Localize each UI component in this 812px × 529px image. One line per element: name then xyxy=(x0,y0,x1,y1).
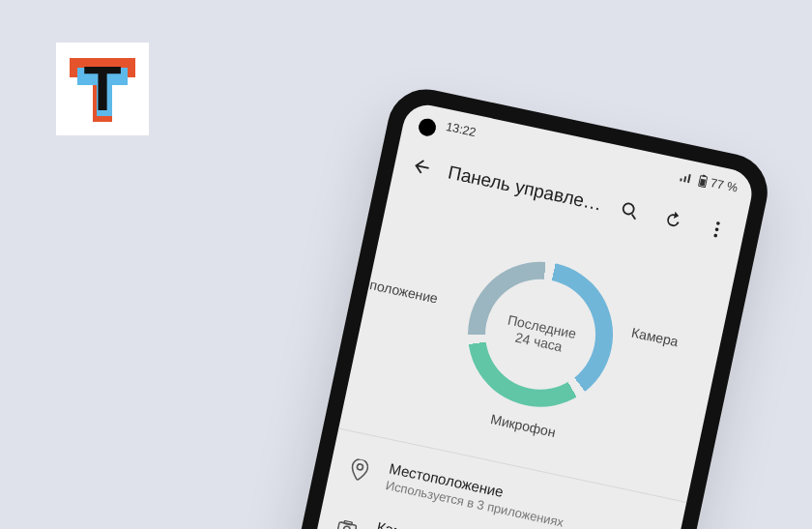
more-vert-icon xyxy=(705,217,730,242)
refresh-icon xyxy=(661,208,686,233)
svg-point-5 xyxy=(716,221,720,225)
segment-label-camera: Камера xyxy=(630,324,680,349)
usage-donut-chart: Последние 24 часа естоположение Камера М… xyxy=(365,208,712,481)
refresh-button[interactable] xyxy=(652,199,694,241)
overflow-menu-button[interactable] xyxy=(696,209,738,250)
phone-body: 13:22 77 % Панель управле… xyxy=(240,82,774,529)
segment-label-location: естоположение xyxy=(341,271,439,307)
svg-point-9 xyxy=(343,526,351,529)
battery-icon xyxy=(697,173,709,189)
phone-screen: 13:22 77 % Панель управле… xyxy=(258,101,756,529)
phone-mockup: 13:22 77 % Панель управле… xyxy=(240,82,774,529)
svg-point-6 xyxy=(714,227,718,231)
arrow-left-icon xyxy=(409,154,434,179)
site-logo: T xyxy=(56,43,149,135)
logo-glyph: T xyxy=(68,54,137,124)
svg-point-7 xyxy=(713,233,717,237)
search-icon xyxy=(618,198,643,223)
svg-line-4 xyxy=(631,214,636,219)
status-time: 13:22 xyxy=(445,120,478,139)
signal-icon xyxy=(678,170,693,185)
battery-label: 77 % xyxy=(710,176,740,195)
svg-rect-2 xyxy=(699,179,705,187)
search-button[interactable] xyxy=(609,191,651,232)
camera-icon xyxy=(334,518,361,529)
svg-rect-1 xyxy=(702,174,705,177)
svg-point-3 xyxy=(623,202,635,215)
segment-label-microphone: Микрофон xyxy=(489,411,557,440)
location-pin-icon xyxy=(346,457,373,484)
svg-rect-8 xyxy=(337,522,357,529)
back-button[interactable] xyxy=(401,146,443,188)
